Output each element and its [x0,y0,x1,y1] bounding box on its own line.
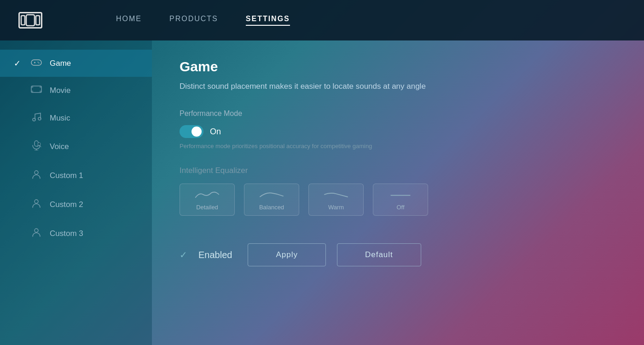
toggle-row: On [180,125,616,138]
svg-point-20 [35,200,38,203]
sidebar-item-custom2[interactable]: ✓ Custom 2 [0,190,152,219]
main-container: ✓ Game ✓ [0,40,644,345]
page-description: Distinct sound placement makes it easier… [180,82,616,91]
logo [18,12,42,29]
sidebar-item-voice[interactable]: ✓ Voice [0,132,152,161]
eq-detailed-label: Detailed [196,204,218,211]
navbar: HOME PRODUCTS SETTINGS [0,0,644,40]
svg-point-7 [39,63,40,63]
apply-button[interactable]: Apply [248,243,326,266]
equalizer-label: Intelligent Equalizer [180,166,616,175]
eq-balanced-label: Balanced [259,204,284,211]
eq-option-balanced[interactable]: Balanced [244,184,299,216]
eq-option-off[interactable]: Off [373,184,428,216]
sidebar-item-movie-label: Movie [50,86,70,95]
eq-off-label: Off [396,204,404,211]
sidebar-item-custom1[interactable]: ✓ Custom 1 [0,161,152,190]
sidebar-item-music[interactable]: ✓ Music [0,104,152,132]
svg-rect-2 [26,15,35,26]
sidebar-item-custom3-label: Custom 3 [50,229,83,238]
svg-rect-1 [36,16,40,25]
eq-option-detailed[interactable]: Detailed [180,184,235,216]
eq-option-warm[interactable]: Warm [308,184,364,216]
svg-point-6 [38,62,39,63]
performance-mode-description: Performance mode prioritizes positional … [180,143,616,150]
sidebar-item-music-label: Music [50,114,70,123]
custom2-icon [30,198,42,211]
svg-rect-9 [31,86,33,88]
custom3-icon [30,227,42,240]
svg-rect-3 [31,60,41,65]
music-icon [30,112,42,124]
nav-settings[interactable]: SETTINGS [246,15,290,26]
svg-rect-0 [21,16,25,25]
nav-links: HOME PRODUCTS SETTINGS [116,15,290,26]
sidebar: ✓ Game ✓ [0,40,152,345]
bottom-bar: ✓ Enabled Apply Default [180,243,616,266]
page-title: Game [180,59,616,75]
performance-mode-label: Performance Mode [180,109,616,118]
svg-rect-12 [40,91,41,92]
sidebar-item-custom2-label: Custom 2 [50,200,83,209]
sidebar-item-custom3[interactable]: ✓ Custom 3 [0,219,152,248]
sidebar-item-voice-label: Voice [50,142,69,151]
svg-rect-11 [31,91,33,92]
voice-icon [30,140,42,153]
nav-products[interactable]: PRODUCTS [169,15,218,26]
equalizer-options: Detailed Balanced Warm Off [180,184,616,216]
default-button[interactable]: Default [337,243,421,266]
enabled-label: Enabled [198,250,232,260]
nav-home[interactable]: HOME [116,15,142,26]
sidebar-item-game-label: Game [50,59,71,68]
custom1-icon [30,169,42,182]
performance-mode-toggle[interactable] [180,125,203,138]
enabled-check-icon: ✓ [180,249,187,260]
svg-point-19 [35,171,38,174]
sidebar-item-movie[interactable]: ✓ Movie [0,77,152,104]
content-area: Game Distinct sound placement makes it e… [152,40,644,345]
svg-point-21 [35,229,38,232]
brand-logo [18,12,42,29]
movie-icon [30,85,42,96]
controller-icon [30,58,42,69]
check-icon: ✓ [14,58,23,69]
svg-point-18 [38,143,41,145]
toggle-state-label: On [210,127,221,137]
sidebar-item-game[interactable]: ✓ Game [0,50,152,77]
svg-rect-10 [40,86,41,88]
sidebar-item-custom1-label: Custom 1 [50,171,83,180]
eq-warm-label: Warm [328,204,344,211]
